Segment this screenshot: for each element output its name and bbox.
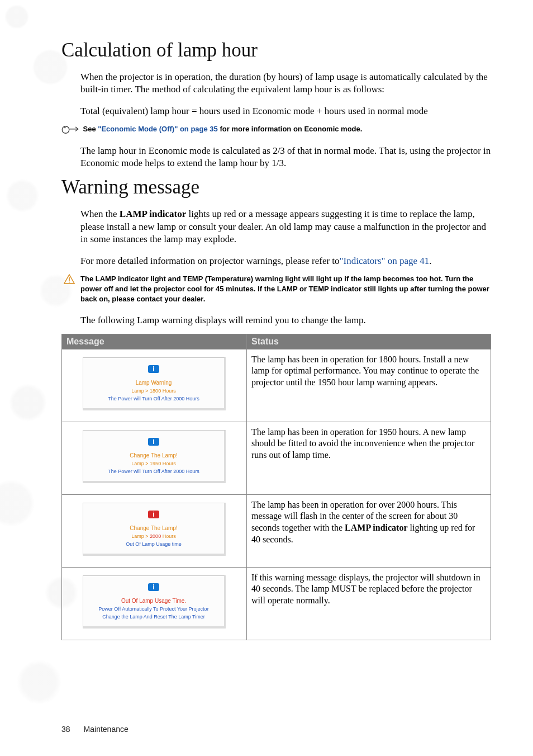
- caution-triangle-icon: [61, 274, 77, 285]
- table-row: i Change The Lamp! Lamp > 1950 Hours The…: [62, 422, 491, 494]
- info-icon: i: [148, 438, 159, 446]
- dialog-1800: i Lamp Warning Lamp > 1800 Hours The Pow…: [83, 357, 226, 410]
- para-more-info: For more detailed information on project…: [80, 255, 491, 267]
- status-1950: The lamp has been in operation for 1950 …: [247, 422, 491, 494]
- svg-point-1: [64, 127, 66, 128]
- svg-point-3: [69, 281, 70, 282]
- info-icon: i: [148, 365, 159, 373]
- heading-warning: Warning message: [61, 176, 491, 199]
- note-economic-mode: See "Economic Mode (Off)" on page 35 for…: [61, 124, 491, 135]
- hand-pointer-icon: [61, 124, 80, 135]
- svg-point-0: [62, 126, 69, 134]
- table-row: i Lamp Warning Lamp > 1800 Hours The Pow…: [62, 349, 491, 422]
- dialog-out-of-time: i Out Of Lamp Usage Time. Power Off Auto…: [83, 575, 226, 629]
- para-lamp-indicator: When the LAMP indicator lights up red or…: [80, 208, 491, 245]
- link-economic-mode[interactable]: "Economic Mode (Off)" on page 35: [98, 125, 218, 133]
- status-out-of-time: If this warning message displays, the pr…: [247, 567, 491, 640]
- para-remind: The following Lamp warning displays will…: [80, 314, 491, 327]
- status-1800: The lamp has been in operation for 1800 …: [247, 349, 491, 422]
- caution-temp: The LAMP indicator light and TEMP (Tempe…: [61, 274, 491, 305]
- link-indicators[interactable]: "Indicators" on page 41: [340, 256, 430, 266]
- dialog-2000: i Change The Lamp! Lamp > 2000 Hours Out…: [83, 503, 226, 556]
- status-2000: The lamp has been in operation for over …: [247, 494, 491, 567]
- page-number: 38: [61, 725, 70, 734]
- th-status: Status: [247, 334, 491, 349]
- page-footer: 38Maintenance: [61, 725, 129, 734]
- info-icon: i: [148, 511, 159, 518]
- para-calc-intro: When the projector is in operation, the …: [80, 71, 491, 96]
- table-row: i Out Of Lamp Usage Time. Power Off Auto…: [62, 567, 491, 640]
- note-economic-text: See "Economic Mode (Off)" on page 35 for…: [83, 124, 492, 134]
- info-icon: i: [148, 583, 159, 591]
- para-equation: Total (equivalent) lamp hour = hours use…: [80, 105, 491, 117]
- th-message: Message: [62, 334, 247, 349]
- heading-calc: Calculation of lamp hour: [61, 39, 491, 62]
- dialog-1950: i Change The Lamp! Lamp > 1950 Hours The…: [83, 430, 226, 483]
- table-row: i Change The Lamp! Lamp > 2000 Hours Out…: [62, 494, 491, 567]
- footer-section: Maintenance: [84, 725, 129, 734]
- caution-text: The LAMP indicator light and TEMP (Tempe…: [80, 274, 491, 305]
- warning-table: Message Status i Lamp Warning Lamp > 180…: [61, 334, 491, 640]
- para-econ-calc: The lamp hour in Economic mode is calcul…: [80, 145, 491, 169]
